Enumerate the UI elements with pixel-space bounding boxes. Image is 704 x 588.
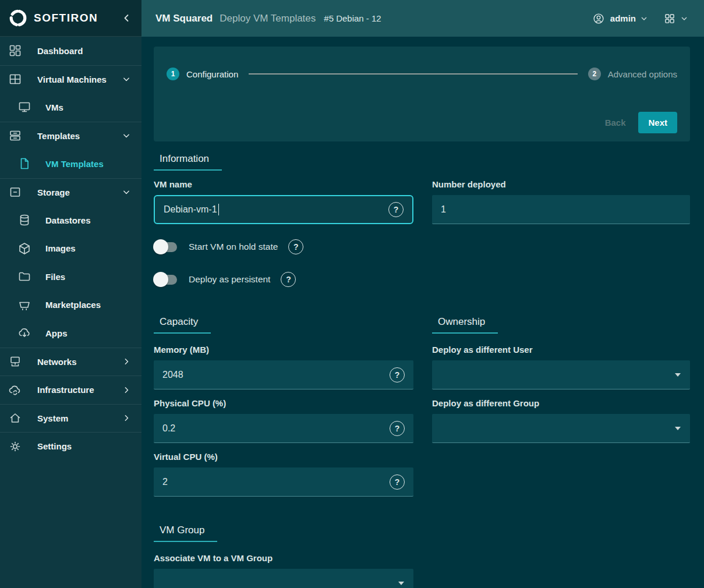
- number-deployed-input[interactable]: 1: [432, 195, 690, 224]
- chevron-down-icon: [121, 130, 132, 141]
- house-icon: [8, 411, 22, 425]
- basket-icon: [17, 298, 31, 312]
- storage-icon: [8, 185, 22, 199]
- capacity-column: Capacity Memory (MB) 2048 ? Physical CPU…: [154, 316, 413, 588]
- deploy-persistent-row: Deploy as persistent ?: [154, 272, 690, 287]
- physical-cpu-value: 0.2: [162, 423, 175, 434]
- sidebar-item-images[interactable]: Images: [0, 235, 141, 263]
- physical-cpu-label: Physical CPU (%): [154, 398, 413, 408]
- memory-value: 2048: [162, 370, 183, 380]
- network-icon: [8, 355, 22, 369]
- next-button[interactable]: Next: [638, 112, 677, 133]
- main-area: VM Squared Deploy VM Templates #5 Debian…: [141, 0, 704, 588]
- chevron-down-icon: [121, 73, 132, 85]
- back-button[interactable]: Back: [605, 118, 626, 127]
- apps-grid-icon[interactable]: [664, 13, 675, 24]
- start-on-hold-label: Start VM on hold state: [189, 242, 278, 252]
- sidebar-logo-bar: SOFTIRON: [0, 0, 141, 37]
- monitor-icon: [17, 100, 31, 114]
- sidebar-item-storage[interactable]: Storage: [0, 178, 141, 207]
- app-window: SOFTIRON Dashboard Virtual Machines: [0, 0, 704, 588]
- chevron-down-icon[interactable]: [639, 14, 649, 23]
- vm-name-value: Debian-vm-1: [164, 204, 217, 215]
- sidebar-item-apps[interactable]: Apps: [0, 319, 141, 348]
- user-menu[interactable]: admin: [610, 13, 636, 23]
- vm-name-input[interactable]: Debian-vm-1 ?: [154, 195, 413, 224]
- help-icon[interactable]: ?: [281, 272, 296, 287]
- vm-name-field-group: VM name Debian-vm-1 ?: [154, 171, 413, 224]
- associate-vm-group-label: Associate VM to a VM Group: [154, 553, 413, 563]
- help-icon[interactable]: ?: [388, 202, 404, 217]
- sidebar-item-templates[interactable]: Templates: [0, 122, 141, 150]
- deploy-persistent-label: Deploy as persistent: [189, 274, 270, 285]
- chevron-right-icon: [121, 412, 132, 424]
- sidebar-item-vm-templates[interactable]: VM Templates: [0, 150, 141, 178]
- sidebar-item-label: Images: [45, 243, 132, 253]
- sidebar: SOFTIRON Dashboard Virtual Machines: [0, 0, 141, 588]
- step-1-circle: 1: [167, 68, 179, 80]
- file-icon: [17, 157, 31, 171]
- sidebar-item-label: System: [37, 413, 121, 423]
- sidebar-item-label: Templates: [37, 131, 121, 141]
- page-title: Deploy VM Templates: [220, 13, 316, 24]
- sidebar-collapse-button[interactable]: [119, 11, 133, 25]
- text-cursor: [218, 204, 220, 215]
- chevron-down-icon[interactable]: [680, 14, 689, 23]
- deploy-as-user-select[interactable]: [432, 360, 690, 389]
- help-icon[interactable]: ?: [390, 367, 405, 382]
- sidebar-item-settings[interactable]: Settings: [0, 432, 141, 461]
- virtual-machines-icon: [8, 72, 22, 86]
- memory-input[interactable]: 2048 ?: [154, 360, 413, 389]
- deploy-as-group-select[interactable]: [432, 414, 690, 443]
- chevron-right-icon: [121, 356, 132, 367]
- sidebar-item-dashboard[interactable]: Dashboard: [0, 37, 141, 65]
- ownership-column: Ownership Deploy as different User Deplo…: [432, 316, 690, 588]
- sidebar-item-label: Datastores: [45, 215, 132, 225]
- sidebar-item-system[interactable]: System: [0, 404, 141, 433]
- caret-down-icon: [398, 582, 404, 585]
- sidebar-item-label: Dashboard: [37, 46, 132, 56]
- sidebar-item-datastores[interactable]: Datastores: [0, 206, 141, 235]
- section-title-capacity: Capacity: [154, 316, 211, 334]
- number-deployed-value: 1: [441, 204, 446, 215]
- database-icon: [17, 213, 31, 227]
- sidebar-item-label: VMs: [45, 102, 132, 112]
- top-header: VM Squared Deploy VM Templates #5 Debian…: [141, 0, 704, 37]
- section-title-vm-group: VM Group: [154, 525, 217, 542]
- caret-down-icon: [675, 427, 681, 430]
- step-1-label: Configuration: [186, 69, 238, 79]
- sidebar-item-marketplaces[interactable]: Marketplaces: [0, 291, 141, 320]
- wizard-card: 1 Configuration 2 Advanced options Back …: [154, 47, 690, 141]
- help-icon[interactable]: ?: [288, 239, 303, 254]
- sidebar-item-networks[interactable]: Networks: [0, 348, 141, 376]
- templates-icon: [8, 129, 22, 143]
- memory-label: Memory (MB): [154, 345, 413, 355]
- template-subtitle: #5 Debian - 12: [324, 13, 381, 23]
- number-deployed-label: Number deployed: [432, 179, 690, 189]
- sidebar-item-label: Infrastructure: [37, 385, 121, 395]
- sidebar-item-virtual-machines[interactable]: Virtual Machines: [0, 65, 141, 94]
- sidebar-item-label: VM Templates: [45, 159, 132, 169]
- capacity-ownership-grid: Capacity Memory (MB) 2048 ? Physical CPU…: [154, 316, 690, 588]
- sidebar-item-infrastructure[interactable]: Infrastructure: [0, 376, 141, 404]
- start-on-hold-row: Start VM on hold state ?: [154, 239, 690, 254]
- associate-vm-group-select[interactable]: [154, 569, 413, 588]
- sidebar-item-files[interactable]: Files: [0, 263, 141, 291]
- sidebar-item-vms[interactable]: VMs: [0, 93, 141, 122]
- deploy-as-group-label: Deploy as different Group: [432, 398, 690, 408]
- brand-name: SOFTIRON: [34, 12, 119, 24]
- deploy-persistent-toggle[interactable]: [154, 275, 177, 285]
- vm-group-section: VM Group Associate VM to a VM Group: [154, 525, 413, 588]
- virtual-cpu-input[interactable]: 2 ?: [154, 467, 413, 497]
- sidebar-item-label: Files: [45, 272, 132, 282]
- step-2-label: Advanced options: [608, 69, 677, 79]
- physical-cpu-input[interactable]: 0.2 ?: [154, 414, 413, 443]
- start-on-hold-toggle[interactable]: [154, 242, 177, 252]
- help-icon[interactable]: ?: [390, 474, 405, 490]
- sidebar-item-label: Settings: [37, 441, 132, 451]
- app-title: VM Squared: [155, 13, 213, 24]
- wizard-stepper: 1 Configuration 2 Advanced options: [167, 68, 677, 80]
- topbar-right: admin: [592, 12, 689, 25]
- section-title-information: Information: [154, 153, 222, 171]
- help-icon[interactable]: ?: [390, 421, 405, 436]
